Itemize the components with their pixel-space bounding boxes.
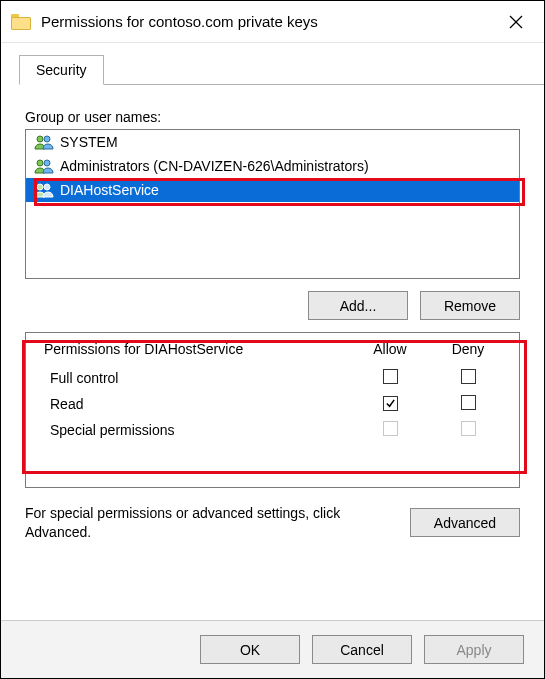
permissions-header: Permissions for DIAHostService Allow Den… — [44, 333, 507, 365]
add-button-label: Add... — [340, 298, 377, 314]
list-item[interactable]: DIAHostService — [26, 178, 519, 202]
remove-button-label: Remove — [444, 298, 496, 314]
deny-column-header: Deny — [429, 341, 507, 357]
list-item[interactable]: SYSTEM — [26, 130, 519, 154]
list-item-label: SYSTEM — [60, 134, 118, 150]
ok-button-label: OK — [240, 642, 260, 658]
checkbox-allow[interactable] — [383, 369, 398, 384]
checkbox-allow — [383, 421, 398, 436]
checkbox-deny[interactable] — [461, 369, 476, 384]
user-list[interactable]: SYSTEM Administrators (CN-DAVIZEN-626\Ad… — [25, 129, 520, 279]
security-panel: Group or user names: SYSTEM Administrato… — [1, 85, 544, 542]
permissions-table: Permissions for DIAHostService Allow Den… — [25, 332, 520, 488]
checkbox-allow[interactable] — [383, 396, 398, 411]
permission-row: Read — [44, 391, 507, 417]
checkbox-deny[interactable] — [461, 395, 476, 410]
permissions-title: Permissions for DIAHostService — [44, 341, 351, 357]
folder-icon — [11, 14, 31, 30]
svg-point-3 — [44, 136, 50, 142]
advanced-text: For special permissions or advanced sett… — [25, 504, 396, 542]
add-button[interactable]: Add... — [308, 291, 408, 320]
advanced-button[interactable]: Advanced — [410, 508, 520, 537]
check-icon — [385, 398, 396, 409]
cancel-button-label: Cancel — [340, 642, 384, 658]
group-icon — [34, 182, 54, 198]
svg-point-5 — [44, 160, 50, 166]
svg-point-7 — [44, 184, 50, 190]
tab-strip: Security — [19, 55, 544, 85]
list-item-label: DIAHostService — [60, 182, 159, 198]
tab-security[interactable]: Security — [19, 55, 104, 85]
user-buttons-row: Add... Remove — [25, 291, 520, 320]
ok-button[interactable]: OK — [200, 635, 300, 664]
checkbox-deny — [461, 421, 476, 436]
svg-point-6 — [37, 184, 43, 190]
permission-name: Special permissions — [44, 422, 351, 438]
remove-button[interactable]: Remove — [420, 291, 520, 320]
dialog-button-bar: OK Cancel Apply — [1, 620, 544, 678]
svg-point-4 — [37, 160, 43, 166]
svg-point-2 — [37, 136, 43, 142]
title-bar: Permissions for contoso.com private keys — [1, 1, 544, 43]
close-icon — [509, 15, 523, 29]
group-users-label: Group or user names: — [25, 109, 520, 125]
window-title: Permissions for contoso.com private keys — [41, 13, 494, 30]
permission-row: Full control — [44, 365, 507, 391]
permission-row: Special permissions — [44, 417, 507, 443]
advanced-row: For special permissions or advanced sett… — [25, 504, 520, 542]
group-icon — [34, 158, 54, 174]
advanced-button-label: Advanced — [434, 515, 496, 531]
group-icon — [34, 134, 54, 150]
allow-column-header: Allow — [351, 341, 429, 357]
apply-button[interactable]: Apply — [424, 635, 524, 664]
close-button[interactable] — [494, 1, 538, 43]
list-item-label: Administrators (CN-DAVIZEN-626\Administr… — [60, 158, 369, 174]
cancel-button[interactable]: Cancel — [312, 635, 412, 664]
list-item[interactable]: Administrators (CN-DAVIZEN-626\Administr… — [26, 154, 519, 178]
apply-button-label: Apply — [456, 642, 491, 658]
permission-name: Read — [44, 396, 351, 412]
permission-name: Full control — [44, 370, 351, 386]
